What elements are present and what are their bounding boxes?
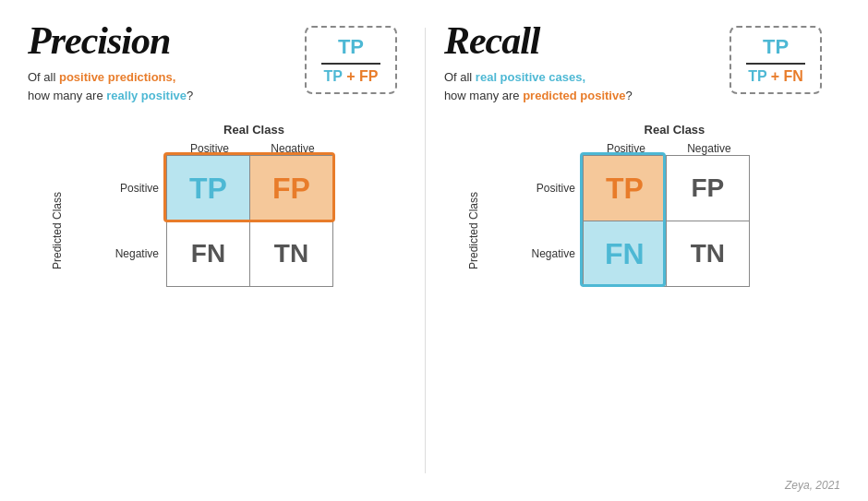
precision-row-negative: Negative	[92, 221, 159, 286]
recall-cell-tp: TP	[584, 156, 667, 221]
recall-cell-fp: FP	[667, 156, 750, 221]
precision-col-labels: Positive Negative	[168, 142, 416, 155]
recall-col-labels: Positive Negative	[585, 142, 840, 155]
precision-cell-tp: TP	[167, 156, 250, 221]
recall-row-negative: Negative	[509, 221, 575, 286]
recall-row-2: FN TN	[584, 221, 750, 287]
recall-formula-denominator: TP + FN	[746, 68, 805, 85]
precision-formula-denominator: TP + FP	[321, 68, 380, 85]
recall-row-1: TP FP	[584, 156, 750, 221]
precision-row-labels: Positive Negative	[92, 155, 166, 287]
recall-col-negative: Negative	[668, 142, 751, 155]
precision-col-negative: Negative	[251, 142, 334, 155]
recall-col-positive: Positive	[585, 142, 668, 155]
recall-predicted-class-label: Predicted Class	[467, 192, 480, 269]
recall-section: Recall Of all real positive cases, how m…	[435, 18, 840, 483]
recall-matrix-body: Positive Negative TP FP FN	[509, 155, 840, 287]
precision-formula-numerator: TP	[321, 35, 380, 65]
precision-row-2: FN TN	[167, 221, 333, 287]
precision-real-class-label: Real Class	[92, 123, 416, 137]
recall-formula-box: TP TP + FN	[729, 26, 822, 94]
precision-matrix-grid: TP FP FN TN	[166, 155, 333, 287]
recall-cell-tn: TN	[667, 221, 750, 286]
recall-denom-fn: FN	[784, 68, 803, 84]
recall-subtitle: Of all real positive cases, how many are…	[444, 68, 633, 104]
recall-title: Recall	[444, 18, 633, 63]
precision-subtitle: Of all positive predictions, how many ar…	[28, 68, 193, 104]
precision-formula-box: TP TP + FP	[305, 26, 397, 94]
precision-predicted-class-label: Predicted Class	[51, 192, 64, 269]
recall-denom-plus: +	[766, 68, 783, 84]
recall-row-positive: Positive	[509, 156, 575, 221]
precision-denom-fp: FP	[359, 68, 378, 84]
recall-matrix-container: Real Class Positive Negative Positive Ne…	[509, 123, 840, 287]
precision-title: Precision	[28, 18, 193, 63]
recall-row-labels: Positive Negative	[509, 155, 583, 287]
main-container: Precision Of all positive predictions, h…	[0, 0, 868, 501]
divider	[425, 28, 426, 473]
precision-cell-fp: FP	[250, 156, 333, 221]
precision-matrix-wrapper: Predicted Class Real Class Positive Nega…	[28, 123, 416, 287]
recall-formula-numerator: TP	[746, 35, 805, 65]
recall-denom-tp: TP	[748, 68, 766, 84]
precision-matrix-container: Real Class Positive Negative Positive Ne…	[92, 123, 416, 287]
precision-section: Precision Of all positive predictions, h…	[28, 18, 416, 483]
precision-cell-tn: TN	[250, 221, 333, 286]
recall-cell-fn: FN	[584, 221, 667, 286]
precision-cell-fn: FN	[167, 221, 250, 286]
precision-col-positive: Positive	[168, 142, 251, 155]
watermark: Zeya, 2021	[785, 479, 840, 492]
precision-denom-plus: +	[343, 68, 359, 84]
recall-matrix-grid: TP FP FN TN	[583, 155, 750, 287]
precision-highlight1: positive predictions,	[59, 70, 175, 84]
recall-matrix-wrapper: Predicted Class Real Class Positive Nega…	[444, 123, 840, 287]
precision-row-positive: Positive	[92, 156, 159, 221]
precision-highlight2: really positive	[106, 89, 187, 102]
recall-highlight2: predicted positive	[523, 89, 625, 102]
precision-row-1: TP FP	[167, 156, 333, 221]
recall-real-class-label: Real Class	[509, 123, 840, 137]
precision-matrix-body: Positive Negative TP FP FN	[92, 155, 416, 287]
precision-denom-tp: TP	[324, 68, 343, 84]
recall-highlight1: real positive cases,	[476, 70, 585, 84]
